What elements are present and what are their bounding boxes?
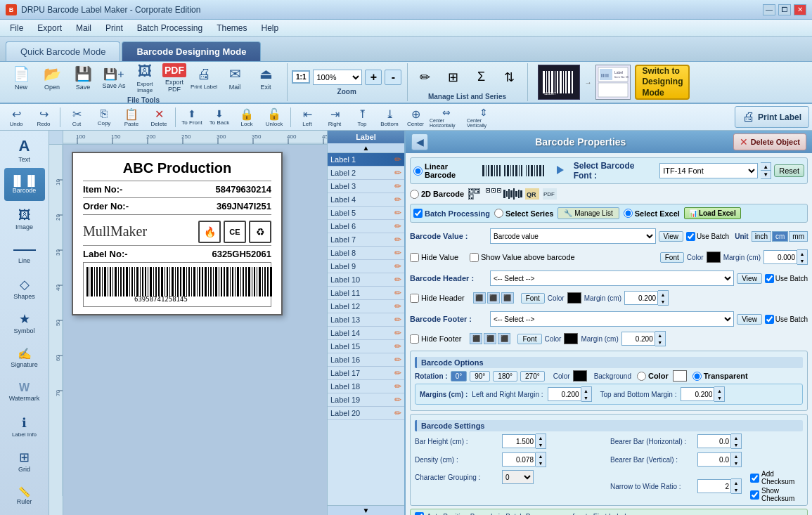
sidebar-item-symbol[interactable]: ★ Symbol xyxy=(4,306,45,339)
edit-label-6[interactable]: ✏ xyxy=(394,221,401,231)
2d-fmt-4[interactable]: QR xyxy=(525,188,541,200)
label-item-18[interactable]: Label 18 ✏ xyxy=(328,380,404,393)
zoom-out-btn[interactable]: - xyxy=(385,70,401,85)
margin-down-h[interactable]: ▼ xyxy=(658,298,668,305)
footer-align-center[interactable]: ⬛ xyxy=(484,333,496,344)
margin-stepper-1[interactable]: ▲ ▼ xyxy=(763,249,808,265)
label-item-3[interactable]: Label 3 ✏ xyxy=(328,180,404,193)
minimize-btn[interactable]: — xyxy=(763,4,775,15)
exit-btn[interactable]: ⏏ Exit xyxy=(250,60,281,96)
density-input[interactable] xyxy=(502,452,536,467)
tb-margin-up[interactable]: ▲ xyxy=(714,387,724,394)
copy-btn[interactable]: ⎘ Copy xyxy=(91,105,117,129)
label-item-11[interactable]: Label 11 ✏ xyxy=(328,287,404,300)
batch-checkbox[interactable] xyxy=(413,209,423,218)
hide-header-cb[interactable]: Hide Header xyxy=(410,294,465,303)
rotation-180-btn[interactable]: 180° xyxy=(493,371,517,382)
select-series-radio[interactable]: Select Series xyxy=(494,209,554,218)
sidebar-item-text[interactable]: A Text xyxy=(4,133,45,167)
menu-themes[interactable]: Themes xyxy=(210,22,254,34)
bearer-h-stepper[interactable]: ▲ ▼ xyxy=(697,433,742,449)
color-box-h[interactable] xyxy=(567,292,581,304)
undo-btn[interactable]: ↩ Undo xyxy=(3,105,30,129)
labels-scroll[interactable]: Label 1 ✏ Label 2 ✏ Label 3 ✏ Label 4 ✏ … xyxy=(328,153,404,505)
margin-up-1[interactable]: ▲ xyxy=(797,250,807,257)
label-item-1[interactable]: Label 1 ✏ xyxy=(328,153,404,167)
label-item-14[interactable]: Label 14 ✏ xyxy=(328,327,404,340)
edit-label-3[interactable]: ✏ xyxy=(394,181,401,191)
edit-label-16[interactable]: ✏ xyxy=(394,355,401,365)
font-scroll-down[interactable]: ▼ xyxy=(761,171,771,178)
table-icon-btn[interactable]: ⊞ xyxy=(440,65,465,90)
delete-object-btn[interactable]: ✕ Delete Object xyxy=(733,133,806,150)
header-font-btn[interactable]: Font xyxy=(521,293,545,304)
barcode-value-view-btn[interactable]: View xyxy=(659,231,684,242)
label-item-20[interactable]: Label 20 ✏ xyxy=(328,407,404,420)
bearer-h-up[interactable]: ▲ xyxy=(731,434,741,441)
edit-label-12[interactable]: ✏ xyxy=(394,301,401,311)
sidebar-item-image[interactable]: 🖼 Image xyxy=(4,202,45,235)
bearer-v-input[interactable] xyxy=(697,452,731,467)
label-item-6[interactable]: Label 6 ✏ xyxy=(328,220,404,233)
header-use-batch-cb[interactable]: Use Batch xyxy=(765,274,808,283)
label-item-5[interactable]: Label 5 ✏ xyxy=(328,207,404,220)
edit-label-20[interactable]: ✏ xyxy=(394,408,401,418)
narrow-up[interactable]: ▲ xyxy=(731,479,741,486)
redo-btn[interactable]: ↪ Redo xyxy=(30,105,57,129)
export-image-btn[interactable]: 🖼 Export Image xyxy=(129,60,160,96)
menu-batch[interactable]: Batch Processing xyxy=(130,22,210,34)
footer-align-left[interactable]: ⬛ xyxy=(470,333,482,344)
margin-stepper-h[interactable]: ▲ ▼ xyxy=(624,290,669,306)
cut-btn[interactable]: ✂ Cut xyxy=(63,105,90,129)
zoom-ratio[interactable]: 1:1 xyxy=(292,70,310,84)
edit-label-4[interactable]: ✏ xyxy=(394,195,401,204)
center-v-btn[interactable]: ⇕ Center Vertically xyxy=(465,105,502,129)
menu-file[interactable]: File xyxy=(3,22,30,34)
paste-btn[interactable]: 📋 Paste xyxy=(118,105,145,129)
rotation-270-btn[interactable]: 270° xyxy=(520,371,545,382)
barcode-fmt-3[interactable] xyxy=(526,165,546,176)
margin-input-1[interactable] xyxy=(763,250,797,264)
lr-margin-up[interactable]: ▲ xyxy=(581,387,591,394)
delete-btn[interactable]: ✕ Delete xyxy=(146,105,172,129)
lr-margin-input[interactable] xyxy=(548,387,581,401)
footer-select[interactable]: <-- Select --> xyxy=(490,311,734,327)
label-item-12[interactable]: Label 12 ✏ xyxy=(328,300,404,313)
label-item-2[interactable]: Label 2 ✏ xyxy=(328,167,404,180)
manage-list-btn[interactable]: 🔧 Manage List xyxy=(558,207,619,219)
export-pdf-btn[interactable]: PDF Export PDF xyxy=(160,60,188,96)
mail-btn[interactable]: ✉ Mail xyxy=(219,60,250,96)
sidebar-item-label-info[interactable]: ℹ Label Info xyxy=(4,410,45,443)
rotation-0-btn[interactable]: 0° xyxy=(451,371,468,382)
menu-print[interactable]: Print xyxy=(98,22,130,34)
bar-height-up[interactable]: ▲ xyxy=(536,434,546,441)
color-box-1[interactable] xyxy=(707,252,721,263)
sidebar-item-ruler[interactable]: 📏 Ruler xyxy=(4,479,45,512)
to-back-btn[interactable]: ⬇ To Back xyxy=(206,105,233,129)
narrow-down[interactable]: ▼ xyxy=(731,486,741,493)
char-grouping-select[interactable]: 0 xyxy=(502,470,534,484)
edit-label-15[interactable]: ✏ xyxy=(394,341,401,351)
footer-use-batch-cb[interactable]: Use Batch xyxy=(765,315,808,324)
menu-export[interactable]: Export xyxy=(30,22,69,34)
new-btn[interactable]: 📄 New xyxy=(6,60,37,96)
bar-height-stepper[interactable]: ▲ ▼ xyxy=(502,433,546,449)
reset-btn[interactable]: Reset xyxy=(774,164,804,177)
sort-icon-btn[interactable]: ⇅ xyxy=(496,65,522,90)
align-right-btn[interactable]: ⇥ Right xyxy=(321,105,348,129)
align-bottom-btn[interactable]: ⤓ Bottom xyxy=(376,105,403,129)
menu-mail[interactable]: Mail xyxy=(69,22,98,34)
zoom-select[interactable]: 100% 50% 150% 200% xyxy=(313,70,362,85)
unit-inch-btn[interactable]: inch xyxy=(752,231,771,242)
center-h-btn[interactable]: ⇔ Center Horizontally xyxy=(428,105,465,129)
bar-height-input[interactable] xyxy=(502,434,536,448)
menu-help[interactable]: Help xyxy=(254,22,285,34)
hide-value-cb[interactable]: Hide Value xyxy=(410,253,458,262)
to-front-btn[interactable]: ⬆ To Front xyxy=(179,105,205,129)
header-select[interactable]: <-- Select --> xyxy=(490,270,734,286)
open-btn[interactable]: 📂 Open xyxy=(37,60,67,96)
edit-label-7[interactable]: ✏ xyxy=(394,235,401,245)
center-btn[interactable]: ⊕ Center xyxy=(404,105,427,129)
lr-margin-down[interactable]: ▼ xyxy=(581,394,591,401)
label-item-10[interactable]: Label 10 ✏ xyxy=(328,273,404,287)
